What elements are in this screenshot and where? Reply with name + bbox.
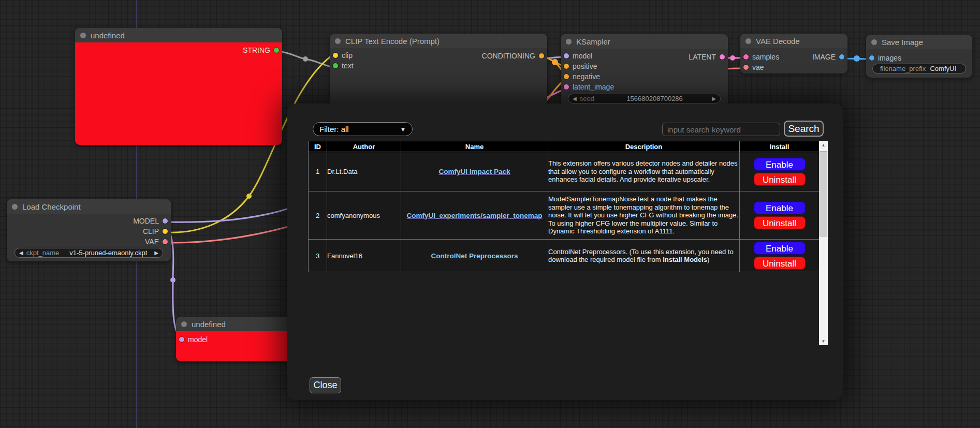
header-install: Install: [740, 141, 820, 152]
node-titlebar[interactable]: Save Image: [866, 35, 972, 49]
search-button[interactable]: Search: [784, 121, 824, 137]
table-scrollbar[interactable]: ▲ ▼: [819, 141, 828, 345]
port-dot-model-out[interactable]: [163, 218, 168, 224]
node-save-image[interactable]: Save Image images filename_prefix ComfyU…: [866, 35, 972, 78]
node-ksampler[interactable]: KSampler model positive negative latent_…: [561, 34, 728, 109]
input-port-model[interactable]: model: [179, 336, 208, 343]
ckpt-name-widget[interactable]: ◀ ckpt_name v1-5-pruned-emaonly.ckpt ▶: [14, 248, 163, 258]
output-port-vae[interactable]: VAE: [145, 238, 168, 245]
port-dot-latent[interactable]: [720, 54, 725, 60]
enable-button[interactable]: Enable: [754, 158, 806, 171]
port-label: VAE: [145, 238, 159, 246]
output-port-image[interactable]: IMAGE: [812, 53, 844, 61]
table-header-row: ID Author Name Description Install: [309, 141, 820, 152]
node-collapse-dot[interactable]: [335, 38, 341, 44]
widget-value[interactable]: ComfyUI: [929, 65, 961, 72]
uninstall-button[interactable]: Uninstall: [754, 216, 806, 229]
scrollbar-thumb[interactable]: [820, 151, 827, 237]
node-collapse-dot[interactable]: [871, 39, 877, 45]
widget-value[interactable]: v1-5-pruned-emaonly.ckpt: [62, 249, 154, 257]
node-title: CLIP Text Encode (Prompt): [345, 37, 440, 46]
input-port-images[interactable]: images: [869, 54, 901, 62]
input-port-negative[interactable]: negative: [564, 73, 600, 80]
port-dot-conditioning[interactable]: [539, 53, 544, 58]
uninstall-button[interactable]: Uninstall: [754, 173, 806, 186]
port-dot-model[interactable]: [564, 53, 569, 58]
filter-selected-value: Filter: all: [319, 125, 349, 134]
scrollbar-up-icon[interactable]: ▲: [819, 141, 828, 149]
input-port-latent-image[interactable]: latent_image: [564, 83, 614, 91]
output-port-latent[interactable]: LATENT: [689, 53, 725, 61]
input-port-vae[interactable]: vae: [743, 64, 764, 71]
output-port-conditioning[interactable]: CONDITIONING: [482, 52, 544, 60]
comfyui-canvas[interactable]: undefined STRING CLIP Text Encode (Promp…: [0, 0, 980, 428]
description-bold-text: Install Models: [663, 256, 707, 263]
header-author: Author: [327, 141, 401, 152]
port-dot-images[interactable]: [869, 55, 874, 61]
extension-link[interactable]: ControlNet Preprocessors: [431, 252, 518, 260]
node-titlebar[interactable]: undefined: [75, 28, 282, 42]
port-dot-positive[interactable]: [564, 64, 569, 69]
node-clip-text-encode[interactable]: CLIP Text Encode (Prompt) clip text COND…: [330, 34, 547, 111]
node-collapse-dot[interactable]: [566, 39, 572, 45]
filter-select[interactable]: Filter: all ▼: [313, 122, 413, 136]
widget-decrement-icon[interactable]: ◀: [573, 96, 577, 101]
node-titlebar[interactable]: KSampler: [561, 34, 728, 49]
cell-author: Fannovel16: [327, 240, 401, 272]
widget-increment-icon[interactable]: ▶: [154, 250, 158, 256]
widget-increment-icon[interactable]: ▶: [712, 96, 716, 101]
port-dot-clip-out[interactable]: [163, 229, 168, 234]
port-dot-vae[interactable]: [743, 65, 749, 70]
scrollbar-down-icon[interactable]: ▼: [819, 337, 828, 345]
port-dot-vae-out[interactable]: [163, 239, 168, 244]
table-row: 1 Dr.Lt.Data ComfyUI Impact Pack This ex…: [309, 152, 820, 191]
node-titlebar[interactable]: VAE Decode: [740, 34, 847, 48]
seed-widget[interactable]: ◀ seed 156680208700286 ▶: [568, 94, 721, 104]
node-titlebar[interactable]: CLIP Text Encode (Prompt): [330, 34, 547, 48]
port-dot-clip[interactable]: [333, 53, 338, 58]
node-collapse-dot[interactable]: [745, 38, 751, 44]
extension-link[interactable]: ComfyUI Impact Pack: [438, 168, 510, 175]
node-collapse-dot[interactable]: [80, 33, 86, 38]
node-undefined-top[interactable]: undefined STRING: [75, 28, 282, 145]
close-button[interactable]: Close: [310, 377, 341, 393]
enable-button[interactable]: Enable: [754, 201, 806, 214]
widget-name: seed: [580, 95, 594, 102]
node-titlebar[interactable]: Load Checkpoint: [7, 199, 171, 214]
port-dot-negative[interactable]: [564, 74, 569, 79]
extension-link[interactable]: ComfyUI_experiments/sampler_tonemap: [407, 212, 543, 219]
wire-clip-reroute-dot: [246, 194, 252, 199]
port-dot-samples[interactable]: [743, 54, 749, 60]
input-port-clip[interactable]: clip: [333, 52, 353, 59]
output-port-clip[interactable]: CLIP: [143, 228, 168, 235]
node-vae-decode[interactable]: VAE Decode samples vae IMAGE: [740, 34, 847, 73]
search-input[interactable]: [662, 123, 780, 136]
port-label: vae: [752, 63, 764, 71]
port-label: positive: [573, 62, 597, 70]
port-dot-image[interactable]: [839, 54, 844, 60]
output-port-string[interactable]: STRING: [243, 47, 279, 54]
node-error-body: [75, 42, 282, 145]
node-title: Load Checkpoint: [22, 202, 81, 211]
uninstall-button[interactable]: Uninstall: [754, 257, 806, 270]
cell-description: ControlNet Preprocessors. (To use this e…: [548, 240, 740, 272]
filename-prefix-widget[interactable]: filename_prefix ComfyUI: [872, 64, 966, 73]
input-port-samples[interactable]: samples: [743, 53, 779, 61]
input-port-positive[interactable]: positive: [564, 63, 597, 70]
widget-value[interactable]: 156680208700286: [597, 95, 712, 102]
node-collapse-dot[interactable]: [181, 321, 187, 327]
cell-install: Enable Uninstall: [740, 191, 820, 240]
input-port-text[interactable]: text: [333, 62, 354, 69]
port-label: negative: [573, 72, 600, 81]
input-port-model[interactable]: model: [564, 52, 592, 60]
enable-button[interactable]: Enable: [754, 242, 806, 255]
node-collapse-dot[interactable]: [12, 204, 18, 210]
output-port-model[interactable]: MODEL: [133, 217, 168, 225]
node-load-checkpoint[interactable]: Load Checkpoint MODEL CLIP VAE ◀ ckpt_na…: [7, 199, 171, 261]
port-dot-latent-image[interactable]: [564, 84, 569, 90]
widget-decrement-icon[interactable]: ◀: [19, 250, 23, 256]
port-label: model: [188, 335, 208, 344]
port-dot-string[interactable]: [274, 48, 279, 53]
port-dot-model-in[interactable]: [179, 337, 184, 342]
port-dot-text[interactable]: [333, 63, 338, 68]
